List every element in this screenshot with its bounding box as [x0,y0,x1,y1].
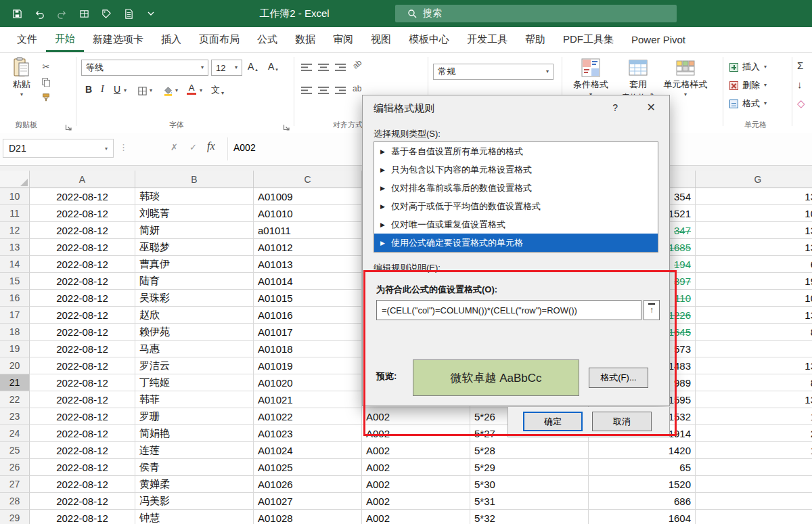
document-icon[interactable] [122,7,135,20]
cell-date[interactable]: 2022-08-12 [30,307,135,324]
cell-extra[interactable]: 6 [696,256,812,273]
cell-group[interactable]: A002 [362,459,470,476]
rule-type-option[interactable]: ▶ 仅对唯一值或重复值设置格式 [374,215,658,234]
cell-extra[interactable]: 13 [696,188,812,205]
insert-function-icon[interactable]: fx [207,140,215,152]
confirm-entry-icon[interactable]: ✓ [189,142,197,152]
save-icon[interactable] [11,7,23,20]
row-header[interactable]: 23 [0,408,30,425]
cell-amount[interactable]: 686 [589,493,696,510]
ribbon-tab[interactable]: 插入 [152,27,190,52]
cell-code[interactable]: A01028 [254,510,362,524]
row-header[interactable]: 14 [0,256,30,273]
cell-date[interactable]: 2022-08-12 [30,256,135,273]
row-header[interactable]: 16 [0,290,30,307]
ribbon-tab[interactable]: 公式 [248,27,286,52]
formula-input[interactable]: =(CELL("col")=COLUMN())*(CELL("row")=ROW… [376,300,641,320]
cell-name[interactable]: 简妍 [135,222,254,239]
cell-group[interactable]: A002 [362,425,470,442]
phonetic-guide-button[interactable]: 文▾ [211,84,224,96]
cell-extra[interactable] [696,341,812,357]
cell-extra[interactable]: 1 [696,442,812,459]
cell-group[interactable]: A002 [362,442,470,459]
autosum-icon[interactable]: Σ [797,60,803,71]
collapse-dialog-button[interactable]: ↑ [644,300,660,320]
row-header[interactable]: 13 [0,239,30,256]
row-header[interactable]: 10 [0,188,30,205]
row-header[interactable]: 17 [0,307,30,324]
italic-button[interactable]: I [101,84,104,95]
cell-name[interactable]: 罗珊 [135,408,254,425]
cell-spec[interactable]: 5*29 [470,459,589,476]
cell-code[interactable]: A01010 [254,205,362,222]
cell-date[interactable]: 2022-08-12 [30,425,135,442]
drag-handle-icon[interactable]: ⋮ [119,142,128,152]
font-dialog-launcher-icon[interactable] [283,122,291,130]
delete-cells-button[interactable]: 删除 ▾ [729,79,767,91]
align-top-icon[interactable] [300,61,313,74]
cell-extra[interactable]: 13 [696,357,812,374]
fill-color-icon[interactable] [161,84,175,97]
cell-styles-button[interactable]: 单元格样式 ▾ [664,58,707,97]
cell-date[interactable]: 2022-08-12 [30,341,135,357]
grow-font-button[interactable]: A▴ [248,61,258,72]
cell-date[interactable]: 2022-08-12 [30,290,135,307]
dialog-close-button[interactable]: ✕ [647,101,656,114]
row-header[interactable]: 11 [0,205,30,222]
align-left-icon[interactable] [300,84,313,97]
rule-type-option[interactable]: ▶ 只为包含以下内容的单元格设置格式 [374,160,658,179]
cell-name[interactable]: 黄婵柔 [135,476,254,493]
cell-spec[interactable]: 5*31 [470,493,589,510]
search-box[interactable]: 搜索 [395,5,677,22]
cell-date[interactable]: 2022-08-12 [30,459,135,476]
cell-code[interactable]: A01012 [254,239,362,256]
row-header[interactable]: 24 [0,425,30,442]
cell-extra[interactable]: 1 [696,408,812,425]
cell-extra[interactable] [696,476,812,493]
cell-code[interactable]: A01009 [254,188,362,205]
cell-date[interactable]: 2022-08-12 [30,222,135,239]
cell-code[interactable]: A01016 [254,307,362,324]
orientation-button[interactable]: ab [351,58,363,70]
column-header-A[interactable]: A [30,171,135,188]
cell-name[interactable]: 赖伊苑 [135,324,254,341]
cell-code[interactable]: A01013 [254,256,362,273]
cell-code[interactable]: A01017 [254,324,362,341]
cell-code[interactable]: A01014 [254,273,362,290]
cell-code[interactable]: A01015 [254,290,362,307]
cell-amount[interactable]: 1520 [589,476,696,493]
conditional-formatting-button[interactable]: 条件格式 ▾ [569,58,612,97]
redo-icon[interactable] [55,7,68,20]
column-header-B[interactable]: B [135,171,254,188]
cell-code[interactable]: A01020 [254,374,362,391]
name-box[interactable]: D21 ▾ [3,139,114,158]
cell-date[interactable]: 2022-08-12 [30,374,135,391]
ok-button[interactable]: 确定 [523,412,583,431]
align-right-icon[interactable] [334,84,347,97]
ribbon-tab[interactable]: 新建选项卡 [84,27,152,52]
cell-name[interactable]: 丁纯姬 [135,374,254,391]
align-bottom-icon[interactable] [334,61,347,74]
cell-extra[interactable]: 10 [696,205,812,222]
cell-date[interactable]: 2022-08-12 [30,408,135,425]
cell-date[interactable]: 2022-08-12 [30,493,135,510]
cell-name[interactable]: 连莲 [135,442,254,459]
chevron-down-icon[interactable]: ▾ [150,88,152,93]
align-middle-icon[interactable] [317,61,330,74]
cell-amount[interactable]: 1604 [589,510,696,524]
ribbon-tab[interactable]: PDF工具集 [554,27,623,52]
row-header[interactable]: 20 [0,357,30,374]
cell-group[interactable]: A002 [362,493,470,510]
cell-date[interactable]: 2022-08-12 [30,476,135,493]
cell-extra[interactable]: 19 [696,273,812,290]
cancel-entry-icon[interactable]: ✗ [171,142,178,152]
column-header-G[interactable]: G [696,171,812,188]
dialog-help-button[interactable]: ? [612,102,618,113]
undo-icon[interactable] [33,7,45,20]
cell-name[interactable]: 赵欣 [135,307,254,324]
cell-name[interactable]: 钟慧 [135,510,254,524]
chevron-down-icon[interactable]: ▾ [200,88,202,93]
cell-name[interactable]: 冯美影 [135,493,254,510]
format-cells-button[interactable]: 格式 ▾ [729,97,767,110]
font-name-combobox[interactable]: 等线 ▾ [81,60,208,76]
